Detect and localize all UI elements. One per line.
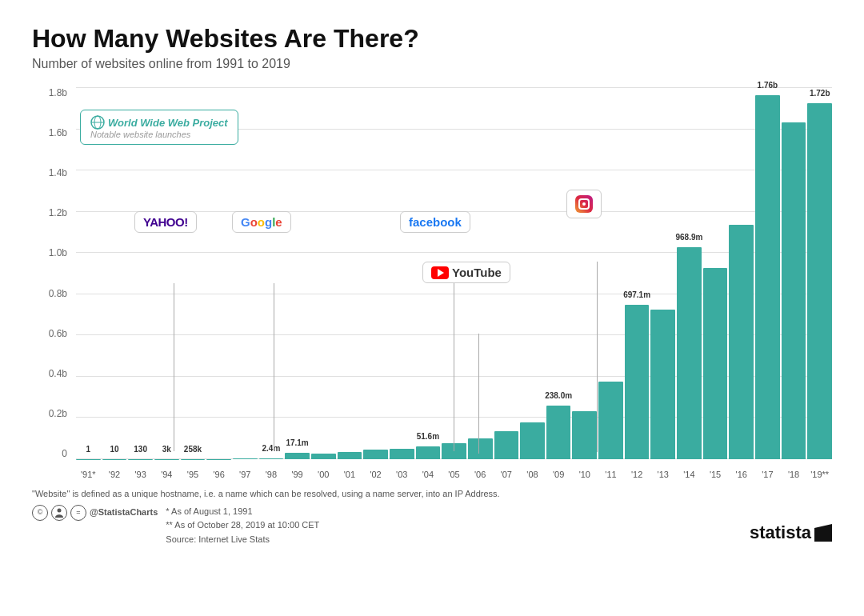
x-label: '94 <box>154 470 179 479</box>
instagram-box <box>575 195 593 213</box>
play-icon <box>438 269 444 277</box>
youtube-line <box>478 334 479 454</box>
y-label: 1.2b <box>32 207 72 218</box>
x-label: '19** <box>807 470 832 479</box>
www-sublabel: Notable website launches <box>90 130 228 139</box>
statista-icon <box>814 524 832 542</box>
x-label: '11 <box>598 470 623 479</box>
y-label: 0.8b <box>32 288 72 299</box>
bar-wrapper: 238.0m <box>546 87 571 459</box>
bar: 1.72b <box>807 103 832 459</box>
google-label: Google <box>241 215 282 229</box>
asterisk1: * As of August 1, 1991 <box>166 505 319 519</box>
bar-wrapper <box>703 87 728 459</box>
google-annotation: Google <box>232 211 291 233</box>
bar-wrapper <box>363 87 388 459</box>
bar: 2.4m <box>259 458 284 459</box>
y-label: 1.4b <box>32 167 72 178</box>
x-label: '03 <box>390 470 414 479</box>
bar-wrapper <box>520 87 545 459</box>
bar-wrapper: 1.76b <box>755 87 780 459</box>
chart-area: 0 0.2b 0.4b 0.6b 0.8b 1.0b 1.2b 1.4b 1.6… <box>32 87 832 479</box>
www-label: World Wide Web Project <box>108 117 228 129</box>
x-label: '98 <box>259 470 284 479</box>
x-label: '09 <box>546 470 571 479</box>
bar: 697.1m <box>625 305 650 459</box>
bar-wrapper <box>390 87 414 459</box>
bar-wrapper <box>729 87 754 459</box>
bar-wrapper <box>572 87 597 459</box>
bar <box>703 268 728 459</box>
bar <box>650 310 675 459</box>
person-icon <box>51 505 67 521</box>
bar <box>572 411 597 459</box>
y-label: 1.0b <box>32 247 72 258</box>
bar-wrapper <box>311 87 336 459</box>
bar-wrapper <box>650 87 675 459</box>
facebook-line <box>454 283 454 451</box>
x-label: '02 <box>363 470 388 479</box>
youtube-icon <box>431 266 449 279</box>
instagram-inner <box>578 198 590 210</box>
x-label: '08 <box>520 470 545 479</box>
bar <box>233 458 258 459</box>
x-label: '13 <box>650 470 675 479</box>
google-line <box>274 283 274 451</box>
bar <box>468 438 493 459</box>
x-label: '95 <box>181 470 206 479</box>
bar: 1.76b <box>755 95 780 459</box>
bar-value-label: 2.4m <box>262 444 281 453</box>
footer: "Website" is defined as a unique hostnam… <box>32 487 832 546</box>
bar: 17.1m <box>285 453 310 459</box>
statista-label: statista <box>750 518 811 546</box>
x-label: '01 <box>338 470 362 479</box>
www-annotation: World Wide Web Project Notable website l… <box>80 110 238 145</box>
bar: 51.6m <box>416 446 441 459</box>
chart-title: How Many Websites Are There? <box>32 24 832 54</box>
y-label: 0.4b <box>32 368 72 379</box>
bar-wrapper: 697.1m <box>625 87 650 459</box>
bar-wrapper: 2.4m <box>259 87 284 459</box>
bar: 968.9m <box>677 247 702 460</box>
chart-subtitle: Number of websites online from 1991 to 2… <box>32 57 832 71</box>
bar-wrapper: 17.1m <box>285 87 310 459</box>
globe-icon <box>90 115 105 130</box>
x-label: '15 <box>703 470 728 479</box>
bar-value-label: 697.1m <box>623 290 650 299</box>
youtube-annotation: YouTube <box>422 262 510 283</box>
yahoo-line <box>174 283 174 451</box>
facebook-annotation: facebook <box>400 211 470 233</box>
bar-value-label: 3k <box>162 445 171 454</box>
footer-note: "Website" is defined as a unique hostnam… <box>32 487 832 502</box>
bar-value-label: 17.1m <box>286 438 308 447</box>
x-label: '00 <box>311 470 336 479</box>
x-label: '93 <box>128 470 153 479</box>
handle-label: @StatistaCharts <box>90 506 158 520</box>
x-label: '96 <box>206 470 231 479</box>
source: Source: Internet Live Stats <box>166 533 319 547</box>
bar <box>206 459 231 460</box>
x-label: '97 <box>233 470 258 479</box>
instagram-icon <box>575 195 593 213</box>
equal-icon: = <box>70 505 86 521</box>
youtube-label: YouTube <box>452 266 502 279</box>
x-label: '18 <box>782 470 806 479</box>
yahoo-label: YAHOO! <box>143 215 188 229</box>
bar-value-label: 258k <box>184 445 202 454</box>
y-label: 1.6b <box>32 127 72 138</box>
instagram-line <box>597 262 598 452</box>
bar <box>729 225 754 459</box>
svg-point-3 <box>58 508 62 512</box>
bar-wrapper: 1.72b <box>807 87 832 459</box>
x-label: '12 <box>625 470 650 479</box>
bar <box>520 422 545 460</box>
bar-value-label: 1 <box>86 445 91 454</box>
bar-wrapper: 968.9m <box>677 87 702 459</box>
y-label: 0.2b <box>32 408 72 419</box>
x-label: '10 <box>572 470 597 479</box>
yahoo-annotation: YAHOO! <box>134 211 197 233</box>
bar-value-label: 130 <box>134 445 147 454</box>
footer-asterisks: * As of August 1, 1991 ** As of October … <box>166 505 319 547</box>
footer-icons: © = @StatistaCharts <box>32 505 158 521</box>
bar-value-label: 1.76b <box>758 81 778 90</box>
